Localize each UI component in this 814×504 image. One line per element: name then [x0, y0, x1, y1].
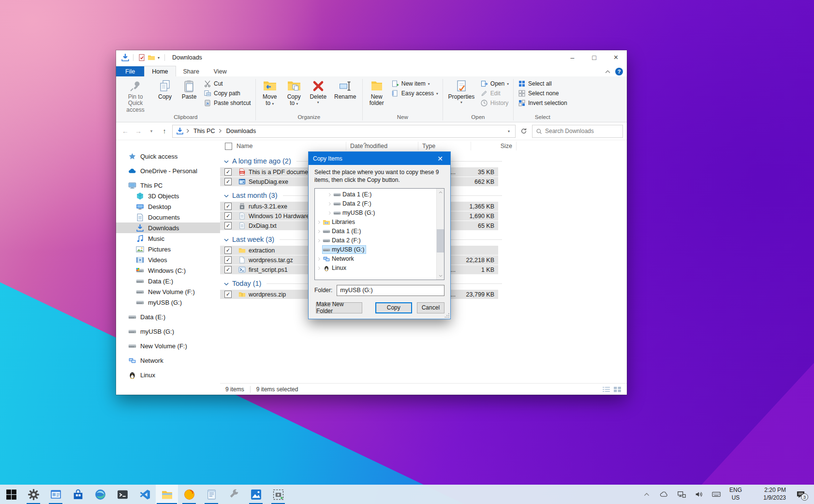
sidebar-item-videos[interactable]: Videos	[116, 254, 220, 265]
expand-chevron-icon[interactable]	[316, 238, 323, 243]
expand-chevron-icon[interactable]	[316, 220, 323, 224]
row-checkbox[interactable]: ✓	[220, 222, 238, 229]
sidebar-item-quick-access[interactable]: Quick access	[116, 151, 220, 162]
open-button[interactable]: Open▾	[480, 80, 509, 88]
column-date-modified[interactable]: Date modified	[346, 142, 418, 150]
paste-shortcut-button[interactable]: Paste shortcut	[204, 99, 251, 107]
tree-scrollbar[interactable]	[436, 189, 444, 280]
tree-item-network[interactable]: Network	[315, 254, 444, 264]
scrollbar-thumb[interactable]	[437, 229, 444, 252]
maximize-button[interactable]: □	[583, 50, 605, 65]
expand-chevron-icon[interactable]	[326, 193, 333, 197]
sidebar-item-myusb-g-[interactable]: myUSB (G:)	[116, 326, 220, 337]
group-collapse-icon[interactable]	[224, 192, 229, 199]
dialog-close-button[interactable]: ✕	[430, 152, 450, 165]
help-icon[interactable]: ?	[615, 68, 623, 75]
column-size[interactable]: Size	[471, 142, 517, 150]
expand-chevron-icon[interactable]	[316, 257, 323, 261]
onedrive-tray-icon[interactable]	[655, 485, 673, 504]
rename-button[interactable]: Rename	[330, 78, 360, 100]
qat-new-folder-icon[interactable]	[148, 54, 155, 61]
invert-selection-button[interactable]: Invert selection	[518, 99, 567, 107]
taskbar-edge-browser-icon[interactable]	[89, 485, 111, 504]
pin-to-quick-access-button[interactable]: Pin to Quick access	[118, 78, 153, 113]
new-folder-button[interactable]: New folder	[365, 78, 389, 107]
sidebar-item-onedrive-personal[interactable]: OneDrive - Personal	[116, 165, 220, 176]
select-all-button[interactable]: Select all	[518, 80, 567, 88]
up-button[interactable]: ↑	[159, 127, 170, 135]
make-new-folder-button[interactable]: Make New Folder	[316, 302, 362, 313]
row-checkbox[interactable]: ✓	[220, 291, 238, 298]
address-dropdown-icon[interactable]: ▾	[505, 129, 513, 133]
minimize-button[interactable]: –	[562, 50, 583, 65]
cancel-button[interactable]: Cancel	[417, 302, 444, 313]
breadcrumb-downloads[interactable]: Downloads	[223, 128, 258, 134]
tree-item-data-2-f-[interactable]: Data 2 (F:)	[315, 199, 444, 208]
breadcrumb-this-pc[interactable]: This PC	[191, 128, 217, 134]
taskbar-file-explorer-icon[interactable]	[156, 485, 178, 504]
tree-item-myusb-g-[interactable]: myUSB (G:)	[315, 208, 444, 218]
sidebar-item-documents[interactable]: Documents	[116, 212, 220, 222]
sidebar-item-3d-objects[interactable]: 3D Objects	[116, 191, 220, 201]
collapse-ribbon-icon[interactable]	[605, 68, 610, 75]
row-checkbox[interactable]: ✓	[220, 256, 238, 264]
taskbar-system-window-icon[interactable]	[44, 485, 67, 504]
scroll-up-icon[interactable]	[437, 189, 444, 196]
expand-chevron-icon[interactable]	[326, 202, 333, 206]
row-checkbox[interactable]: ✓	[220, 203, 238, 210]
sidebar-item-network[interactable]: Network	[116, 355, 220, 366]
copy-button[interactable]: Copy	[375, 302, 412, 313]
large-icons-view-button[interactable]	[613, 386, 622, 393]
row-checkbox[interactable]: ✓	[220, 212, 238, 220]
tree-item-libraries[interactable]: Libraries	[315, 218, 444, 227]
sidebar-item-pictures[interactable]: Pictures	[116, 244, 220, 254]
recent-locations-icon[interactable]: ▾	[146, 129, 157, 133]
forward-button[interactable]: →	[133, 127, 144, 135]
close-button[interactable]: ×	[605, 50, 627, 65]
copy-to-button[interactable]: Copy to ▾	[282, 78, 306, 107]
breadcrumb[interactable]: This PC Downloads ▾	[172, 125, 516, 138]
sidebar-item-myusb-g-[interactable]: myUSB (G:)	[116, 297, 220, 308]
new-item-button[interactable]: New item▾	[391, 80, 438, 88]
tree-item-data-2-f-[interactable]: Data 2 (F:)	[315, 236, 444, 245]
taskbar-firefox-icon[interactable]	[178, 485, 200, 504]
row-checkbox[interactable]: ✓	[220, 247, 238, 254]
row-checkbox[interactable]: ✓	[220, 266, 238, 273]
taskbar-photos-icon[interactable]	[245, 485, 267, 504]
taskbar-notepad-icon[interactable]	[200, 485, 222, 504]
details-view-button[interactable]	[602, 386, 610, 393]
taskbar-windows-start-icon[interactable]	[0, 485, 22, 504]
tree-item-myusb-g-[interactable]: myUSB (G:)	[315, 245, 444, 254]
sidebar-item-data-e-[interactable]: Data (E:)	[116, 311, 220, 322]
column-type[interactable]: Type	[418, 142, 471, 150]
group-collapse-icon[interactable]	[224, 157, 229, 165]
network-tray-icon[interactable]	[673, 485, 690, 504]
edit-button[interactable]: Edit	[480, 89, 509, 97]
cut-button[interactable]: Cut	[204, 80, 251, 88]
tree-item-linux[interactable]: Linux	[315, 264, 444, 273]
sidebar-item-music[interactable]: Music	[116, 233, 220, 244]
resize-grip[interactable]	[444, 312, 450, 318]
qat-properties-icon[interactable]	[138, 54, 146, 61]
sidebar-item-downloads[interactable]: Downloads	[116, 222, 220, 233]
expand-chevron-icon[interactable]	[316, 266, 323, 270]
taskbar-terminal-icon[interactable]	[111, 485, 133, 504]
taskbar-microsoft-store-icon[interactable]	[67, 485, 89, 504]
copy-button[interactable]: Copy	[153, 78, 177, 100]
history-button[interactable]: History	[480, 99, 509, 107]
column-name[interactable]: Name	[220, 142, 346, 150]
tab-home[interactable]: Home	[144, 66, 176, 76]
sidebar-item-linux[interactable]: Linux	[116, 370, 220, 380]
taskbar-vscode-icon[interactable]	[133, 485, 156, 504]
paste-button[interactable]: Paste	[177, 78, 201, 100]
select-all-checkbox[interactable]	[225, 143, 232, 150]
delete-button[interactable]: Delete▾	[306, 78, 330, 105]
expand-chevron-icon[interactable]	[316, 229, 323, 234]
tab-share[interactable]: Share	[176, 66, 207, 76]
move-to-button[interactable]: Move to ▾	[258, 78, 282, 107]
touch-keyboard-icon[interactable]	[708, 485, 725, 504]
volume-tray-icon[interactable]	[690, 485, 708, 504]
tab-file[interactable]: File	[116, 66, 144, 76]
taskbar-settings-gear-icon[interactable]	[22, 485, 44, 504]
refresh-button[interactable]	[518, 125, 530, 137]
